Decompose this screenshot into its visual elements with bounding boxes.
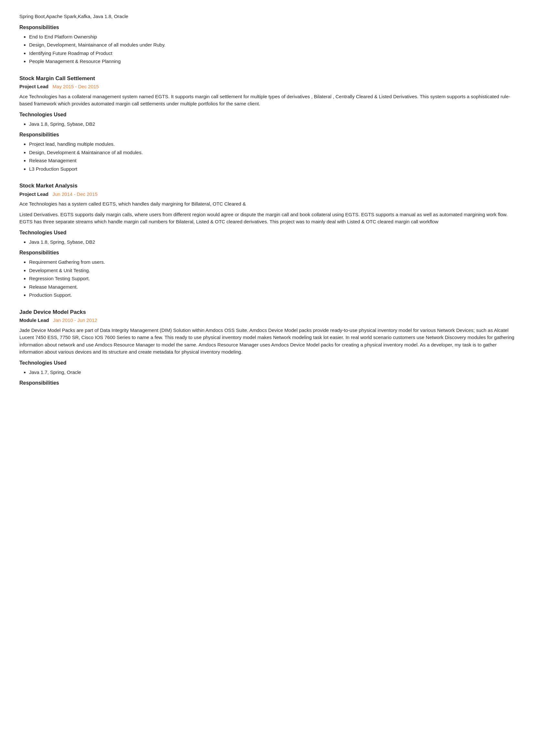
project-title: Stock Margin Call Settlement — [19, 74, 515, 83]
date-range: May 2015 - Dec 2015 — [53, 84, 99, 89]
project-role-line: Project Lead Jun 2014 - Dec 2015 — [19, 191, 515, 198]
list-item: Java 1.8, Spring, Sybase, DB2 — [29, 121, 515, 128]
responsibilities-list: Project lead, handling multiple modules.… — [29, 141, 515, 173]
role-label: Project Lead — [19, 191, 48, 197]
list-item: Release Management — [29, 157, 515, 165]
responsibilities-heading: Responsibilities — [19, 131, 515, 139]
list-item: Production Support. — [29, 291, 515, 299]
list-item: Release Management. — [29, 284, 515, 291]
tech-heading: Technologies Used — [19, 111, 515, 119]
project-desc2: Listed Derivatives. EGTS supports daily … — [19, 211, 515, 226]
tech-list: Java 1.7, Spring, Oracle — [29, 369, 515, 376]
list-item: Java 1.8, Spring, Sybase, DB2 — [29, 238, 515, 246]
project-stock-margin: Stock Margin Call Settlement Project Lea… — [19, 74, 515, 173]
list-item: Java 1.7, Spring, Oracle — [29, 369, 515, 376]
project-jade: Jade Device Model Packs Module Lead Jan … — [19, 308, 515, 387]
intro-responsibilities-list: End to End Platform Ownership Design, De… — [29, 33, 515, 65]
tech-list: Java 1.8, Spring, Sybase, DB2 — [29, 238, 515, 246]
list-item: Project lead, handling multiple modules. — [29, 141, 515, 148]
date-range: Jun 2014 - Dec 2015 — [53, 191, 98, 197]
intro-tech-line: Spring Boot,Apache Spark,Kafka, Java 1.8… — [19, 13, 515, 20]
list-item: Identifying Future Roadmap of Product — [29, 50, 515, 57]
role-label: Module Lead — [19, 317, 49, 323]
responsibilities-list: Requirement Gathering from users. Develo… — [29, 258, 515, 299]
project-desc: Ace Technologies has a system called EGT… — [19, 201, 515, 208]
list-item: Development & Unit Testing. — [29, 267, 515, 274]
list-item: Design, Development, Maintainance of all… — [29, 41, 515, 49]
responsibilities-heading: Responsibilities — [19, 249, 515, 256]
project-stock-market: Stock Market Analysis Project Lead Jun 2… — [19, 182, 515, 299]
project-title: Jade Device Model Packs — [19, 308, 515, 316]
project-role-line: Project Lead May 2015 - Dec 2015 — [19, 83, 515, 91]
list-item: L3 Production Support — [29, 166, 515, 173]
intro-responsibilities-heading: Responsibilities — [19, 24, 515, 31]
tech-list: Java 1.8, Spring, Sybase, DB2 — [29, 121, 515, 128]
project-title: Stock Market Analysis — [19, 182, 515, 190]
project-desc: Jade Device Model Packs are part of Data… — [19, 327, 515, 356]
responsibilities-heading: Responsibilities — [19, 379, 515, 387]
date-range: Jan 2010 - Jun 2012 — [53, 317, 97, 323]
tech-heading: Technologies Used — [19, 359, 515, 367]
role-label: Project Lead — [19, 84, 48, 89]
project-desc: Ace Technologies has a collateral manage… — [19, 93, 515, 108]
tech-heading: Technologies Used — [19, 229, 515, 237]
list-item: People Management & Resource Planning — [29, 58, 515, 65]
list-item: End to End Platform Ownership — [29, 33, 515, 41]
list-item: Requirement Gathering from users. — [29, 258, 515, 266]
list-item: Regression Testing Support. — [29, 275, 515, 283]
list-item: Design, Development & Maintainance of al… — [29, 149, 515, 156]
project-role-line: Module Lead Jan 2010 - Jun 2012 — [19, 317, 515, 324]
